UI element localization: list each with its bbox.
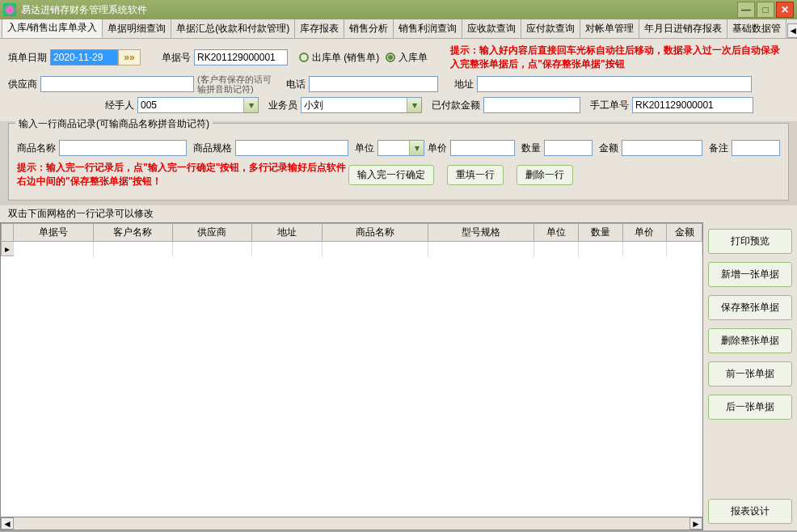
item-price-label: 单价: [428, 141, 447, 155]
window-title: 易达进销存财务管理系统软件: [21, 3, 737, 17]
chevron-down-icon[interactable]: ▾: [409, 141, 424, 155]
radio-inbound[interactable]: 入库单: [386, 51, 428, 65]
action-sidebar: 打印预览 新增一张单据 保存整张单据 删除整张单据 前一张单据 后一张单据 报表…: [703, 222, 797, 530]
clerk-select[interactable]: 小刘 ▾: [301, 97, 422, 113]
supplier-hint: (客户有保存的话可输拼音助记符): [197, 74, 278, 94]
tab-entry[interactable]: 入库/销售出库单录入: [2, 19, 103, 38]
tab-report[interactable]: 年月日进销存报表: [639, 19, 727, 38]
prev-doc-button[interactable]: 前一张单据: [708, 361, 792, 386]
hint-top: 提示：输入好内容后直接回车光标自动往后移动，数据录入过一次后自动保录入完整张单据…: [450, 44, 789, 71]
phone-label: 电话: [286, 78, 306, 91]
item-spec-input[interactable]: [235, 140, 348, 156]
col-address[interactable]: 地址: [252, 224, 323, 242]
confirm-line-button[interactable]: 输入完一行确定: [348, 165, 434, 185]
tab-summary[interactable]: 单据汇总(收款和付款管理): [171, 19, 295, 38]
print-preview-button[interactable]: 打印预览: [708, 229, 792, 254]
phone-input[interactable]: [309, 76, 438, 92]
supplier-input[interactable]: [40, 76, 194, 92]
tab-receivable[interactable]: 应收款查询: [462, 19, 521, 38]
item-entry-group: 输入一行商品记录(可输商品名称拼音助记符) 商品名称 商品规格 单位 ▾ 单价 …: [8, 123, 789, 201]
docno-input[interactable]: [194, 49, 288, 65]
address-input[interactable]: [477, 76, 752, 92]
item-amount-label: 金额: [599, 141, 618, 155]
col-spec[interactable]: 型号规格: [428, 224, 534, 242]
date-label: 填单日期: [8, 51, 47, 65]
new-doc-button[interactable]: 新增一张单据: [708, 262, 792, 287]
item-amount-input[interactable]: [622, 140, 702, 156]
row-marker-header: [2, 224, 14, 242]
report-design-button[interactable]: 报表设计: [708, 499, 792, 524]
reset-line-button[interactable]: 重填一行: [447, 165, 504, 185]
col-unit[interactable]: 单位: [534, 224, 579, 242]
tab-detail[interactable]: 单据明细查询: [102, 19, 171, 38]
tab-scroll-left-icon[interactable]: ◄: [787, 23, 797, 38]
paid-input[interactable]: [483, 97, 580, 113]
item-price-input[interactable]: [450, 140, 515, 156]
item-entry-legend: 输入一行商品记录(可输商品名称拼音助记符): [15, 117, 213, 131]
delete-line-button[interactable]: 删除一行: [517, 165, 573, 185]
clerk-label: 业务员: [268, 99, 297, 112]
close-button[interactable]: ✕: [776, 2, 794, 18]
chevron-down-icon[interactable]: ▾: [243, 98, 258, 112]
header-form: 填单日期 »» 单据号 出库单 (销售单) 入库单 提示：输入好内容后直接回车光…: [0, 39, 797, 121]
date-next-button[interactable]: »»: [118, 49, 141, 65]
tab-stock[interactable]: 库存报表: [294, 19, 344, 38]
col-price[interactable]: 单价: [622, 224, 667, 242]
titlebar: 易达进销存财务管理系统软件 — □ ✕: [0, 0, 797, 19]
current-row-marker-icon: ▸: [2, 242, 14, 256]
tabbar: 入库/销售出库单录入 单据明细查询 单据汇总(收款和付款管理) 库存报表 销售分…: [0, 19, 797, 39]
item-hint: 提示：输入完一行记录后，点"输入完一行确定"按钮，多行记录输好后点软件右边中间的…: [17, 161, 348, 188]
table-row[interactable]: ▸: [2, 242, 702, 256]
col-customer[interactable]: 客户名称: [93, 224, 172, 242]
scroll-right-icon[interactable]: ►: [689, 517, 702, 530]
tab-sales[interactable]: 销售分析: [344, 19, 394, 38]
col-docno[interactable]: 单据号: [14, 224, 93, 242]
item-qty-label: 数量: [521, 141, 541, 155]
item-unit-select[interactable]: ▾: [377, 140, 424, 156]
item-name-label: 商品名称: [17, 141, 56, 155]
col-qty[interactable]: 数量: [579, 224, 623, 242]
paid-label: 已付款金额: [432, 99, 480, 112]
docno-label: 单据号: [162, 51, 191, 65]
save-doc-button[interactable]: 保存整张单据: [708, 295, 792, 320]
tab-payable[interactable]: 应付款查询: [521, 19, 580, 38]
item-remark-label: 备注: [709, 141, 728, 155]
tab-statement[interactable]: 对帐单管理: [580, 19, 639, 38]
next-doc-button[interactable]: 后一张单据: [708, 395, 792, 420]
handler-label: 经手人: [105, 99, 134, 112]
tab-profit[interactable]: 销售利润查询: [393, 19, 462, 38]
tab-basedata[interactable]: 基础数据管: [727, 19, 786, 38]
data-grid[interactable]: 单据号 客户名称 供应商 地址 商品名称 型号规格 单位 数量 单价 金额 ▸: [0, 222, 703, 517]
radio-outbound[interactable]: 出库单 (销售单): [299, 51, 379, 65]
minimize-button[interactable]: —: [737, 2, 755, 18]
app-icon: [3, 3, 16, 16]
item-qty-input[interactable]: [544, 140, 592, 156]
item-spec-label: 商品规格: [193, 141, 232, 155]
item-remark-input[interactable]: [732, 140, 780, 156]
grid-hscroll[interactable]: ◄ ►: [0, 517, 703, 530]
col-amount[interactable]: 金额: [667, 224, 702, 242]
col-itemname[interactable]: 商品名称: [323, 224, 428, 242]
address-label: 地址: [454, 78, 474, 91]
grid-label: 双击下面网格的一行记录可以修改: [0, 205, 797, 222]
maximize-button[interactable]: □: [757, 2, 774, 18]
manual-label: 手工单号: [590, 99, 629, 112]
item-unit-label: 单位: [355, 141, 374, 155]
handler-select[interactable]: 005 ▾: [137, 97, 259, 113]
col-supplier[interactable]: 供应商: [172, 224, 251, 242]
supplier-label: 供应商: [8, 78, 37, 91]
manual-input[interactable]: [632, 97, 753, 113]
delete-doc-button[interactable]: 删除整张单据: [708, 328, 792, 353]
chevron-down-icon[interactable]: ▾: [407, 98, 421, 112]
date-input[interactable]: [50, 49, 118, 65]
scroll-left-icon[interactable]: ◄: [1, 517, 14, 530]
item-name-input[interactable]: [59, 140, 187, 156]
